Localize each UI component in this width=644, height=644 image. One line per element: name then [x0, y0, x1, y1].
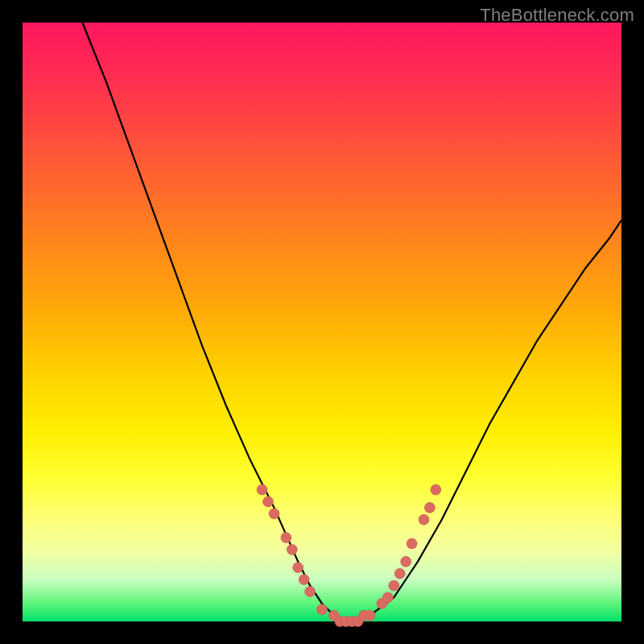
data-marker	[281, 532, 291, 543]
data-marker	[431, 485, 441, 495]
chart-frame: TheBottleneck.com	[0, 0, 644, 644]
data-marker	[263, 497, 274, 507]
data-marker	[269, 509, 279, 519]
data-marker	[419, 514, 429, 525]
data-marker	[287, 544, 297, 555]
data-marker	[317, 605, 328, 615]
data-marker	[401, 556, 411, 567]
watermark-text: TheBottleneck.com	[480, 5, 634, 26]
data-marker	[389, 580, 399, 591]
data-marker	[299, 574, 309, 584]
data-marker	[293, 563, 303, 573]
marker-group	[257, 485, 441, 627]
data-marker	[382, 592, 393, 603]
data-marker	[365, 610, 375, 621]
data-marker	[394, 568, 405, 579]
bottleneck-curve	[82, 23, 621, 621]
chart-svg	[23, 23, 621, 621]
curve-group	[82, 23, 621, 621]
data-marker	[424, 502, 435, 513]
data-marker	[407, 539, 417, 549]
plot-area	[23, 23, 621, 621]
data-marker	[257, 485, 267, 495]
data-marker	[305, 586, 316, 597]
